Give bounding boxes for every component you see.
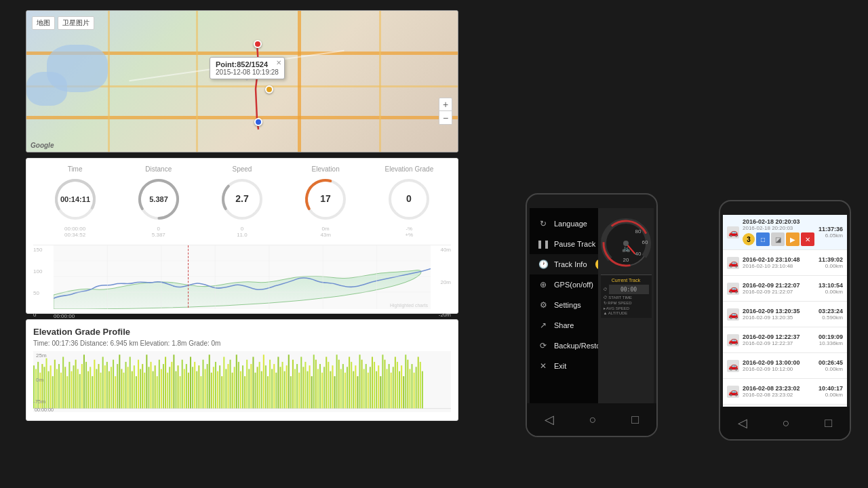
elev-sub-max: 43m — [295, 232, 356, 238]
track-item-1[interactable]: 🚗 2016-02-10 23:10:48 2016-02-10 23:10:4… — [723, 250, 847, 276]
svg-rect-41 — [66, 376, 68, 409]
recents-nav2-icon[interactable]: □ — [825, 416, 832, 430]
svg-rect-92 — [173, 354, 174, 408]
track-list: 🚗 2016-02-18 20:20:03 2016-02-18 20:20:0… — [723, 215, 847, 407]
svg-rect-156 — [307, 371, 308, 409]
share-icon: ↗ — [538, 320, 549, 331]
svg-rect-163 — [321, 373, 323, 409]
svg-rect-128 — [248, 369, 250, 408]
phone1-nav-bar: ◁ ○ □ — [527, 403, 656, 436]
menu-label-pause-track: Pause Track — [554, 240, 595, 248]
svg-rect-175 — [347, 367, 348, 408]
left-column: ✕ Point:852/1524 2015-12-08 10:19:28 地图 … — [26, 10, 460, 421]
svg-rect-138 — [269, 360, 271, 409]
recents-nav-icon[interactable]: □ — [631, 413, 639, 427]
home-nav-icon[interactable]: ○ — [589, 413, 597, 427]
ct-stat-start: ⏱ START TIME — [604, 296, 649, 300]
map-zoom-out[interactable]: − — [439, 111, 452, 125]
svg-rect-97 — [184, 369, 185, 408]
track-date2-6: 2016-02-08 23:23:02 — [743, 392, 815, 398]
back-nav-icon[interactable]: ◁ — [545, 412, 554, 427]
svg-rect-192 — [382, 354, 383, 408]
action-edit-0[interactable]: ◪ — [771, 232, 785, 246]
action-del-0[interactable]: ✕ — [801, 232, 814, 246]
svg-rect-64 — [115, 376, 116, 409]
track-item-4[interactable]: 🚗 2016-02-09 12:22:37 2016-02-09 12:22:3… — [723, 327, 847, 353]
map-tooltip-close[interactable]: ✕ — [276, 59, 281, 66]
svg-rect-49 — [83, 354, 85, 408]
svg-rect-87 — [163, 364, 164, 409]
track-item-2[interactable]: 🚗 2016-02-09 21:22:07 2016-02-09 21:22:0… — [723, 276, 847, 302]
svg-rect-185 — [368, 373, 369, 409]
svg-rect-113 — [217, 371, 218, 409]
track-item-6[interactable]: 🚗 2016-02-08 23:23:02 2016-02-08 23:23:0… — [723, 379, 847, 405]
track-duration-3: 03:23:24 — [818, 308, 843, 314]
track-item-5[interactable]: 🚗 2016-02-09 13:00:00 2016-02-09 10:12:0… — [723, 353, 847, 379]
car-icon-6: 🚗 — [727, 386, 739, 398]
speedometer-panel: 80 60 40 20 🚲 Current Track ⏱ — [598, 208, 654, 403]
svg-rect-110 — [211, 373, 212, 409]
pause-track-icon: ❚❚ — [538, 239, 549, 249]
map-tooltip-date: 2015-12-08 10:19:28 — [216, 68, 279, 76]
back-nav2-icon[interactable]: ◁ — [738, 415, 747, 430]
svg-rect-177 — [351, 362, 352, 409]
track-meta-6: 10:40:17 0.00km — [818, 385, 843, 398]
svg-rect-120 — [232, 373, 233, 409]
track-date2-5: 2016-02-09 10:12:00 — [743, 366, 815, 372]
map-type-satellite[interactable]: 卫星图片 — [58, 16, 94, 30]
svg-rect-51 — [87, 371, 89, 409]
svg-rect-71 — [130, 357, 131, 408]
svg-rect-95 — [180, 376, 181, 409]
map-zoom-in[interactable]: + — [439, 98, 452, 111]
svg-rect-126 — [244, 376, 245, 409]
car-icon-4: 🚗 — [727, 334, 739, 346]
svg-text:20: 20 — [623, 257, 629, 263]
svg-rect-150 — [294, 369, 296, 408]
svg-rect-88 — [165, 357, 166, 408]
action-num-0[interactable]: 3 — [743, 233, 755, 245]
map-marker-end — [254, 118, 262, 126]
svg-rect-178 — [353, 371, 354, 409]
current-track-label: Current Track — [604, 278, 649, 283]
svg-rect-151 — [296, 364, 298, 409]
stat-elevation-grade-label: Elevation Grade — [378, 165, 439, 173]
phone1-menu: ↻ Language ❚❚ Pause Track 🕐 Track Info 2… — [530, 208, 654, 403]
track-date2-0: 2016-02-18 20:20:03 — [743, 225, 815, 231]
svg-rect-118 — [227, 364, 229, 409]
track-item-0[interactable]: 🚗 2016-02-18 20:20:03 2016-02-18 20:20:0… — [723, 215, 847, 250]
map-type-map[interactable]: 地图 — [32, 16, 55, 30]
svg-rect-112 — [215, 362, 216, 409]
svg-text:80: 80 — [635, 228, 641, 235]
svg-rect-196 — [391, 373, 392, 409]
grade-sub-max: +% — [378, 232, 439, 238]
svg-rect-202 — [403, 376, 404, 409]
svg-rect-69 — [125, 362, 127, 409]
svg-rect-81 — [150, 362, 151, 409]
svg-rect-199 — [397, 362, 398, 409]
menu-label-gps: GPS(on/off) — [554, 281, 593, 289]
speed-gauge: 2.7 — [218, 176, 266, 223]
track-date1-2: 2016-02-09 21:22:07 — [743, 282, 815, 289]
action-copy-0[interactable]: □ — [756, 232, 770, 246]
stat-elevation-grade: Elevation Grade 0 -% +% — [378, 165, 439, 238]
track-distance-5: 0.00km — [818, 366, 843, 372]
stat-speed: Speed 2.7 0 11.0 — [212, 165, 273, 238]
svg-rect-63 — [113, 360, 114, 409]
svg-rect-32 — [48, 371, 50, 409]
home-nav2-icon[interactable]: ○ — [783, 416, 790, 430]
track-info-6: 2016-02-08 23:23:02 2016-02-08 23:23:02 — [743, 385, 815, 398]
action-play-0[interactable]: ▶ — [786, 232, 800, 246]
svg-rect-158 — [311, 376, 313, 409]
svg-rect-61 — [108, 371, 110, 409]
svg-rect-171 — [338, 360, 340, 409]
track-date1-6: 2016-02-08 23:23:02 — [743, 385, 815, 392]
svg-rect-157 — [309, 365, 311, 409]
track-item-3[interactable]: 🚗 2016-02-09 13:20:35 2016-02-09 13:20:3… — [723, 302, 847, 327]
svg-rect-68 — [123, 373, 124, 409]
map-marker-mid — [265, 85, 273, 94]
svg-rect-170 — [336, 354, 338, 408]
car-icon-5: 🚗 — [727, 360, 739, 372]
track-duration-0: 11:37:36 — [818, 226, 843, 232]
svg-rect-186 — [370, 367, 371, 408]
svg-rect-52 — [90, 367, 91, 408]
